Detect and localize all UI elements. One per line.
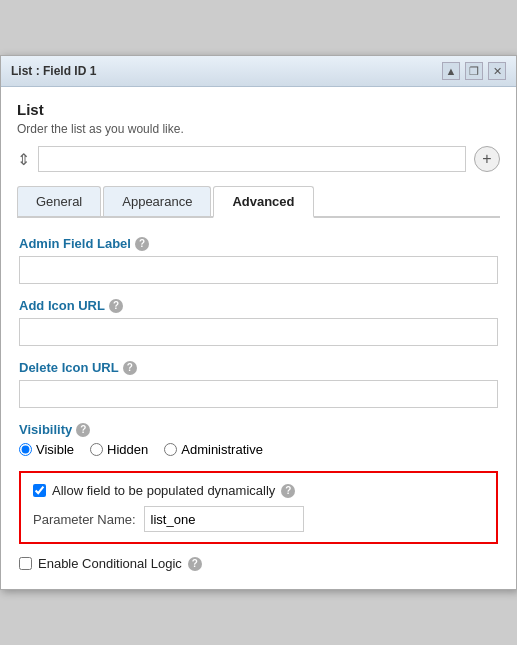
conditional-logic-row: Enable Conditional Logic ? [19,556,498,571]
title-bar-buttons: ▲ ❐ ✕ [442,62,506,80]
visibility-visible-radio[interactable] [19,443,32,456]
visibility-visible-option[interactable]: Visible [19,442,74,457]
delete-icon-url-help-icon[interactable]: ? [123,361,137,375]
dynamic-populate-help-icon[interactable]: ? [281,484,295,498]
restore-button[interactable]: ❐ [465,62,483,80]
section-description: Order the list as you would like. [17,122,500,136]
main-window: List : Field ID 1 ▲ ❐ ✕ List Order the l… [0,55,517,590]
conditional-logic-checkbox[interactable] [19,557,32,570]
admin-field-label-help-icon[interactable]: ? [135,237,149,251]
title-bar: List : Field ID 1 ▲ ❐ ✕ [1,56,516,87]
visibility-hidden-option[interactable]: Hidden [90,442,148,457]
dynamic-population-box: Allow field to be populated dynamically … [19,471,498,544]
dynamic-populate-checkbox[interactable] [33,484,46,497]
order-input[interactable] [38,146,466,172]
conditional-logic-label: Enable Conditional Logic [38,556,182,571]
param-name-label: Parameter Name: [33,512,136,527]
section-title: List [17,101,500,118]
order-row: ⇕ + [17,146,500,172]
admin-field-label-label: Admin Field Label ? [19,236,498,251]
visibility-hidden-radio[interactable] [90,443,103,456]
visibility-group: Visibility ? Visible Hidden Administrati… [19,422,498,457]
tab-appearance[interactable]: Appearance [103,186,211,216]
delete-icon-url-label: Delete Icon URL ? [19,360,498,375]
visibility-administrative-option[interactable]: Administrative [164,442,263,457]
dynamic-checkbox-row: Allow field to be populated dynamically … [33,483,484,498]
minimize-button[interactable]: ▲ [442,62,460,80]
tab-general[interactable]: General [17,186,101,216]
add-icon-url-help-icon[interactable]: ? [109,299,123,313]
visibility-label: Visibility ? [19,422,498,437]
visibility-administrative-radio[interactable] [164,443,177,456]
window-body: List Order the list as you would like. ⇕… [1,87,516,589]
dynamic-populate-label: Allow field to be populated dynamically [52,483,275,498]
param-name-row: Parameter Name: [33,506,484,532]
order-handle-icon[interactable]: ⇕ [17,150,30,169]
visibility-help-icon[interactable]: ? [76,423,90,437]
delete-icon-url-input[interactable] [19,380,498,408]
close-button[interactable]: ✕ [488,62,506,80]
add-icon-url-label: Add Icon URL ? [19,298,498,313]
add-icon-url-group: Add Icon URL ? [19,298,498,346]
admin-field-label-input[interactable] [19,256,498,284]
add-order-button[interactable]: + [474,146,500,172]
param-name-input[interactable] [144,506,304,532]
tab-advanced[interactable]: Advanced [213,186,313,218]
add-icon-url-input[interactable] [19,318,498,346]
conditional-logic-help-icon[interactable]: ? [188,557,202,571]
delete-icon-url-group: Delete Icon URL ? [19,360,498,408]
visibility-options: Visible Hidden Administrative [19,442,498,457]
tab-content-advanced: Admin Field Label ? Add Icon URL ? Delet… [17,232,500,575]
admin-field-label-group: Admin Field Label ? [19,236,498,284]
window-title: List : Field ID 1 [11,64,96,78]
tab-bar: General Appearance Advanced [17,186,500,218]
